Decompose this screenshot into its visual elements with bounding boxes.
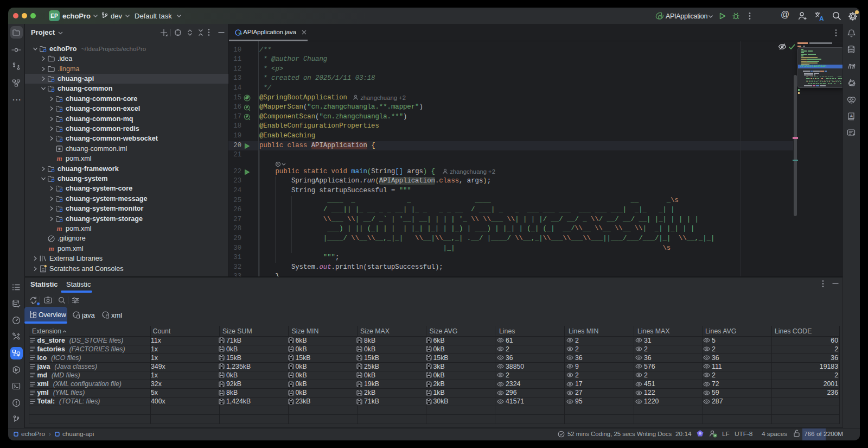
svg-text:A: A xyxy=(819,15,824,22)
svg-text:A: A xyxy=(850,113,853,118)
